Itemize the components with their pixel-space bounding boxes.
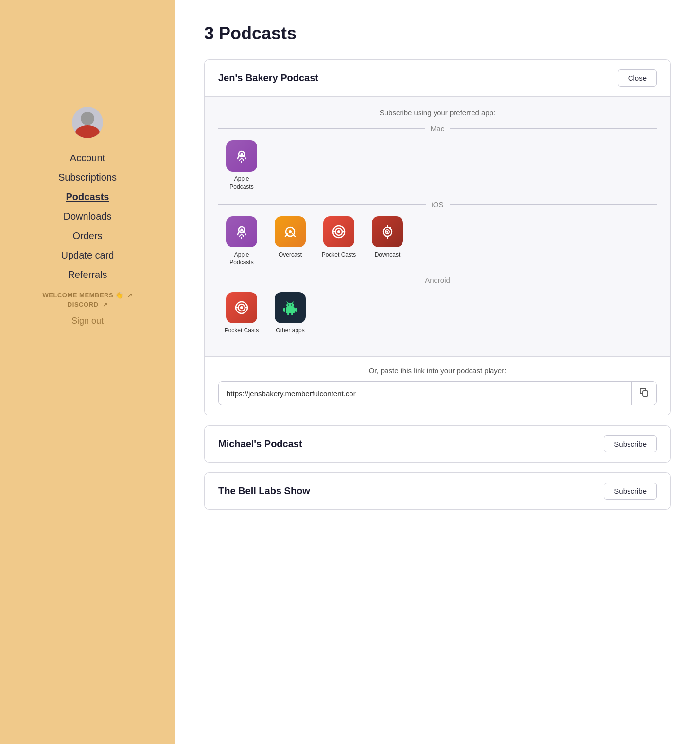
sidebar-item-podcasts[interactable]: Podcasts (66, 189, 109, 205)
overcast-icon (275, 216, 306, 247)
subscribe-button-bell-labs[interactable]: Subscribe (604, 483, 657, 500)
svg-point-7 (289, 230, 292, 233)
close-button[interactable]: Close (618, 69, 657, 87)
subscribe-label: Subscribe using your preferred app: (218, 108, 657, 117)
sidebar: Account Subscriptions Podcasts Downloads… (0, 0, 175, 744)
subscribe-button-michaels[interactable]: Subscribe (604, 435, 657, 452)
svg-rect-23 (283, 308, 285, 312)
svg-point-18 (286, 303, 294, 308)
android-other-icon (275, 292, 306, 323)
svg-rect-17 (286, 307, 295, 313)
sidebar-item-account[interactable]: Account (70, 150, 105, 166)
app-item-android-other[interactable]: Other apps (271, 292, 310, 335)
svg-point-16 (240, 306, 243, 309)
paste-label: Or, paste this link into your podcast pl… (218, 366, 657, 375)
copy-url-button[interactable] (631, 382, 656, 405)
platform-section-android: Android (218, 276, 657, 335)
app-name-apple-podcasts-ios: ApplePodcasts (229, 251, 253, 266)
platform-label-ios: iOS (432, 200, 444, 208)
app-name-apple-podcasts-mac: ApplePodcasts (229, 175, 253, 190)
svg-rect-26 (291, 313, 293, 315)
podcast-url-input[interactable] (219, 383, 631, 403)
svg-point-13 (386, 231, 388, 233)
apple-podcasts-icon-ios (226, 216, 257, 247)
podcast-title: Jen's Bakery Podcast (218, 72, 318, 84)
app-item-downcast[interactable]: Downcast (368, 216, 407, 266)
app-item-pocket-casts-ios[interactable]: Pocket Casts (319, 216, 358, 266)
platform-section-ios: iOS App (218, 200, 657, 266)
platform-divider-ios: iOS (218, 200, 657, 208)
ios-app-icons: ApplePodcasts Overcast (218, 216, 657, 266)
sign-out-button[interactable]: Sign out (71, 316, 104, 326)
sidebar-item-subscriptions[interactable]: Subscriptions (58, 169, 117, 186)
podcast-card-header-michaels: Michael's Podcast Subscribe (205, 426, 670, 462)
svg-rect-25 (287, 313, 289, 315)
sidebar-nav: Account Subscriptions Podcasts Downloads… (0, 150, 175, 283)
platform-section-mac: Mac ApplePodcasts (218, 124, 657, 190)
app-name-pocket-casts-ios: Pocket Casts (322, 251, 356, 259)
url-row (218, 381, 657, 405)
sidebar-item-downloads[interactable]: Downloads (64, 208, 112, 225)
subscribe-body: Subscribe using your preferred app: Mac (205, 96, 670, 356)
platform-divider-mac: Mac (218, 124, 657, 133)
pocket-casts-icon-ios (323, 216, 354, 247)
platform-label-mac: Mac (431, 124, 444, 133)
page-title: 3 Podcasts (204, 23, 671, 44)
app-item-overcast[interactable]: Overcast (271, 216, 310, 266)
app-name-downcast: Downcast (375, 251, 401, 259)
external-link-icon-2: ↗ (103, 301, 108, 308)
downcast-icon (372, 216, 403, 247)
podcast-url-section: Or, paste this link into your podcast pl… (205, 356, 670, 415)
app-item-apple-podcasts-ios[interactable]: ApplePodcasts (222, 216, 261, 266)
podcast-card-bell-labs: The Bell Labs Show Subscribe (204, 472, 671, 510)
platform-label-android: Android (425, 276, 450, 284)
app-item-apple-podcasts-mac[interactable]: ApplePodcasts (222, 140, 261, 190)
pocket-casts-icon-android (226, 292, 257, 323)
app-name-pocket-casts-android: Pocket Casts (225, 327, 259, 335)
android-app-icons: Pocket Casts (218, 292, 657, 335)
avatar (72, 107, 103, 138)
sidebar-item-update-card[interactable]: Update card (61, 247, 114, 263)
svg-line-21 (287, 302, 288, 303)
app-item-pocket-casts-android[interactable]: Pocket Casts (222, 292, 261, 335)
podcast-card-header: Jen's Bakery Podcast Close (205, 60, 670, 96)
svg-point-20 (291, 305, 292, 306)
svg-rect-27 (643, 391, 648, 396)
svg-point-19 (288, 305, 289, 306)
external-link-icon: ↗ (127, 292, 133, 299)
mac-app-icons: ApplePodcasts (218, 140, 657, 190)
welcome-members-link[interactable]: WELCOME MEMBERS 👋 ↗ (42, 292, 132, 299)
sidebar-item-referrals[interactable]: Referrals (68, 266, 107, 283)
app-name-overcast: Overcast (279, 251, 302, 259)
app-name-android-other: Other apps (276, 327, 304, 335)
podcast-card-michaels-podcast: Michael's Podcast Subscribe (204, 425, 671, 463)
podcast-title-bell-labs: The Bell Labs Show (218, 485, 310, 497)
podcast-card-header-bell-labs: The Bell Labs Show Subscribe (205, 473, 670, 509)
apple-podcasts-icon-mac (226, 140, 257, 172)
svg-rect-24 (295, 308, 297, 312)
svg-line-22 (292, 302, 294, 303)
discord-link[interactable]: DISCORD ↗ (68, 301, 107, 308)
podcast-title-michaels: Michael's Podcast (218, 438, 302, 450)
podcast-card-jens-bakery: Jen's Bakery Podcast Close Subscribe usi… (204, 59, 671, 415)
svg-point-10 (337, 230, 340, 233)
platform-divider-android: Android (218, 276, 657, 284)
sidebar-external-links: WELCOME MEMBERS 👋 ↗ DISCORD ↗ (42, 292, 132, 308)
sidebar-item-orders[interactable]: Orders (72, 227, 102, 244)
main-content: 3 Podcasts Jen's Bakery Podcast Close Su… (175, 0, 700, 744)
